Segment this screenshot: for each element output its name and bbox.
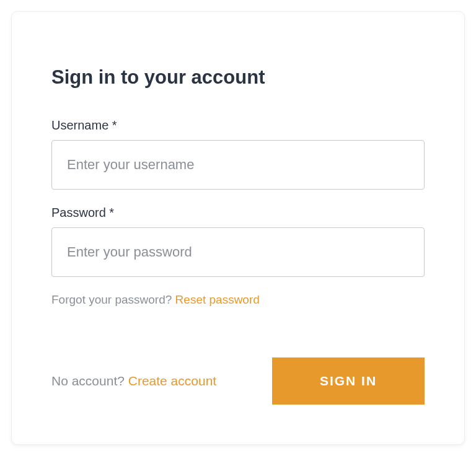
create-account-line: No account? Create account <box>51 374 216 388</box>
forgot-password-line: Forgot your password? Reset password <box>51 293 425 307</box>
username-input[interactable] <box>51 140 425 190</box>
password-input[interactable] <box>51 227 425 277</box>
username-label: Username * <box>51 118 425 133</box>
forgot-password-prompt: Forgot your password? <box>51 293 175 306</box>
reset-password-link[interactable]: Reset password <box>175 293 260 306</box>
signin-button[interactable]: SIGN IN <box>272 357 425 405</box>
footer-row: No account? Create account SIGN IN <box>51 357 425 405</box>
username-field-group: Username * <box>51 118 425 190</box>
create-account-link[interactable]: Create account <box>128 374 216 388</box>
password-label: Password * <box>51 206 425 220</box>
password-field-group: Password * <box>51 206 425 277</box>
page-title: Sign in to your account <box>51 66 425 89</box>
no-account-prompt: No account? <box>51 374 128 388</box>
signin-card: Sign in to your account Username * Passw… <box>11 11 465 445</box>
